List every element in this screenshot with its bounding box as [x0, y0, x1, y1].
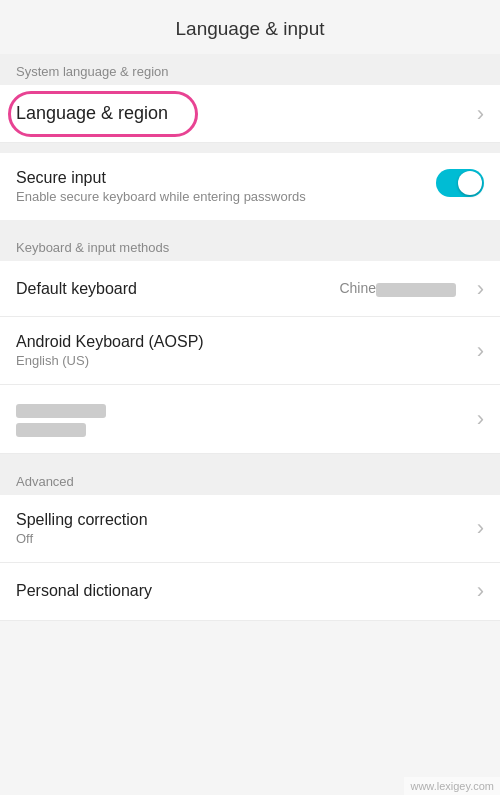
secure-input-row: Secure input Enable secure keyboard whil…: [16, 169, 484, 204]
blurred-item-title: [16, 401, 456, 419]
secure-input-subtitle: Enable secure keyboard while entering pa…: [16, 189, 424, 204]
spelling-correction-title: Spelling correction: [16, 511, 456, 529]
page-title: Language & input: [176, 18, 325, 39]
spelling-correction-item[interactable]: Spelling correction Off: [0, 495, 500, 563]
settings-page: Language & input System language & regio…: [0, 0, 500, 795]
secure-input-item: Secure input Enable secure keyboard whil…: [0, 153, 500, 220]
section-gap-1: [0, 143, 500, 153]
android-keyboard-subtitle: English (US): [16, 353, 456, 368]
default-keyboard-value: Chine: [339, 280, 456, 296]
blurred-item-subtitle: [16, 421, 456, 437]
personal-dictionary-item[interactable]: Personal dictionary: [0, 563, 500, 621]
secure-input-title: Secure input: [16, 169, 424, 187]
blurred-title-text: [16, 404, 106, 418]
section-gap-2: [0, 220, 500, 230]
secure-input-text: Secure input Enable secure keyboard whil…: [16, 169, 436, 204]
section-gap-3: [0, 454, 500, 464]
spelling-correction-subtitle: Off: [16, 531, 456, 546]
section-label-system-language: System language & region: [0, 54, 500, 85]
personal-dictionary-title: Personal dictionary: [16, 582, 456, 600]
language-region-item[interactable]: Language & region: [0, 85, 500, 143]
default-keyboard-current: Chine: [339, 280, 456, 296]
blurred-subtitle-text: [16, 423, 86, 437]
toggle-knob: [458, 171, 482, 195]
blurred-keyboard-item[interactable]: [0, 385, 500, 454]
language-region-title: Language & region: [16, 103, 168, 124]
default-keyboard-title: Default keyboard: [16, 280, 137, 298]
android-keyboard-title: Android Keyboard (AOSP): [16, 333, 456, 351]
section-label-advanced: Advanced: [0, 464, 500, 495]
default-keyboard-item[interactable]: Default keyboard Chine: [0, 261, 500, 317]
header: Language & input: [0, 0, 500, 54]
secure-input-toggle[interactable]: [436, 169, 484, 197]
blurred-keyboard-name: [376, 283, 456, 297]
watermark: www.lexigey.com: [404, 777, 500, 795]
section-label-keyboard: Keyboard & input methods: [0, 230, 500, 261]
android-keyboard-item[interactable]: Android Keyboard (AOSP) English (US): [0, 317, 500, 385]
